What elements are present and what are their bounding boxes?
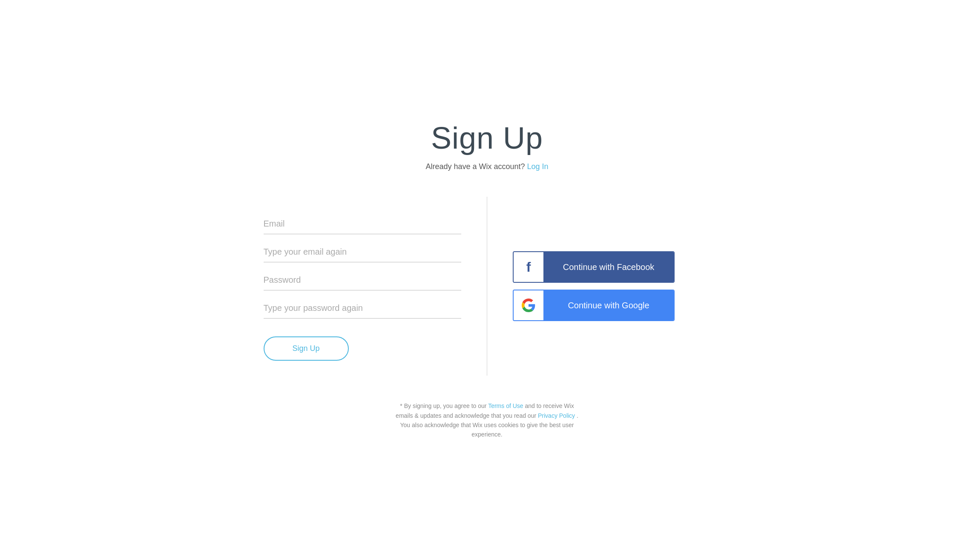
google-button[interactable]: Continue with Google [513, 290, 675, 321]
subtitle: Already have a Wix account? Log In [425, 162, 548, 171]
subtitle-text: Already have a Wix account? [425, 162, 525, 171]
social-section: f Continue with Facebook Continue with G… [487, 251, 711, 321]
signup-button[interactable]: Sign Up [264, 336, 349, 361]
header: Sign Up Already have a Wix account? Log … [425, 121, 548, 171]
google-label: Continue with Google [543, 290, 674, 320]
page-wrapper: Sign Up Already have a Wix account? Log … [253, 121, 721, 439]
password-group [264, 268, 462, 290]
login-link[interactable]: Log In [527, 162, 549, 171]
password-input[interactable] [264, 268, 462, 290]
privacy-link[interactable]: Privacy Policy [538, 412, 575, 419]
email-confirm-input[interactable] [264, 240, 462, 262]
footer-prefix: * By signing up, you agree to our [400, 402, 486, 409]
terms-link[interactable]: Terms of Use [488, 402, 523, 409]
facebook-icon: f [526, 259, 531, 275]
google-icon [522, 299, 535, 312]
email-group [264, 212, 462, 234]
facebook-button[interactable]: f Continue with Facebook [513, 251, 675, 283]
password-confirm-group [264, 296, 462, 319]
form-section: Sign Up [264, 212, 487, 361]
page-title: Sign Up [425, 121, 548, 155]
password-confirm-input[interactable] [264, 296, 462, 319]
footer-text: * By signing up, you agree to our Terms … [394, 401, 581, 439]
google-icon-box [514, 290, 543, 320]
email-confirm-group [264, 240, 462, 262]
facebook-icon-box: f [514, 252, 543, 282]
main-content: Sign Up f Continue with Facebook [264, 197, 711, 376]
facebook-label: Continue with Facebook [543, 252, 674, 282]
email-input[interactable] [264, 212, 462, 234]
